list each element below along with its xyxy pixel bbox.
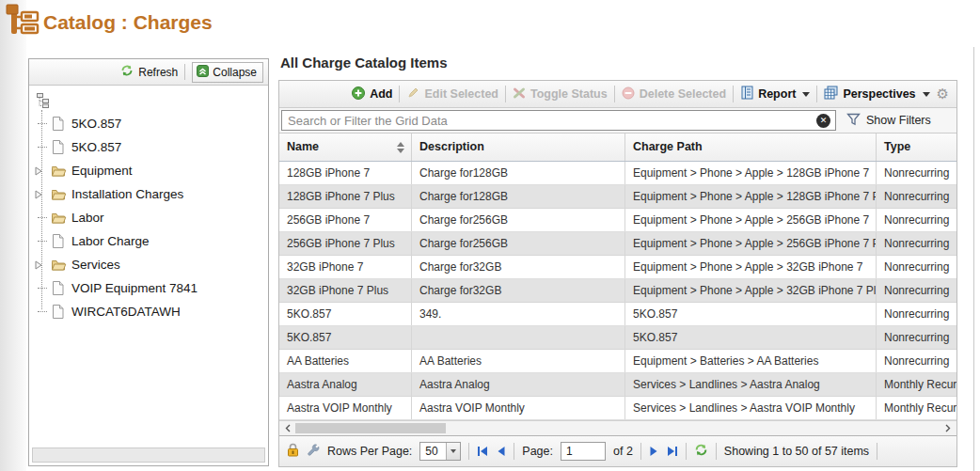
horizontal-scrollbar[interactable]: [279, 420, 956, 435]
table-row[interactable]: 5KO.857349.5KO.857Nonrecurring: [279, 303, 956, 326]
refresh-button[interactable]: Refresh: [120, 64, 178, 80]
tree-item[interactable]: VOIP Equipment 7841: [35, 276, 264, 300]
column-header-label: Description: [419, 133, 484, 161]
tree-item[interactable]: Labor: [35, 206, 264, 229]
toggle-status-button[interactable]: Toggle Status: [513, 86, 608, 102]
cell-description: Charge for32GB: [412, 256, 625, 278]
section-title: All Charge Catalog Items: [280, 55, 448, 71]
collapse-button[interactable]: Collapse: [192, 62, 263, 83]
tree-panel-footer-bar: [32, 447, 265, 463]
cell-type: Nonrecurring: [877, 303, 956, 325]
table-row[interactable]: 256GB iPhone 7 PlusCharge for256GBEquipm…: [279, 232, 956, 256]
cell-name: 5KO.857: [279, 303, 412, 325]
grid-body: 128GB iPhone 7Charge for128GBEquipment >…: [279, 162, 956, 420]
page-number-input[interactable]: [561, 442, 606, 461]
delete-icon: [622, 86, 635, 102]
previous-page-button[interactable]: [497, 446, 506, 457]
tree-item[interactable]: 5KO.857: [35, 135, 264, 159]
search-input[interactable]: [282, 111, 835, 130]
lock-icon[interactable]: [287, 443, 299, 460]
catalog-hierarchy-icon: [5, 3, 40, 44]
cell-description: [412, 326, 625, 349]
tree-item[interactable]: Installation Charges: [35, 182, 264, 206]
grid-header-row: Name Description Charge Path Type: [279, 133, 956, 162]
table-row[interactable]: Aastra AnalogAastra AnalogServices > Lan…: [279, 373, 956, 397]
table-row[interactable]: 5KO.8575KO.857Nonrecurring: [279, 326, 956, 350]
tree-item[interactable]: Equipment: [35, 159, 264, 182]
scroll-right-icon[interactable]: [941, 421, 955, 435]
rows-per-page-select[interactable]: 50: [419, 442, 461, 461]
sort-icon[interactable]: [397, 142, 404, 153]
table-row[interactable]: 128GB iPhone 7Charge for128GBEquipment >…: [279, 162, 956, 185]
cell-path: Equipment > Phone > Apple > 128GB iPhone…: [625, 162, 877, 184]
table-row[interactable]: 256GB iPhone 7Charge for256GBEquipment >…: [279, 209, 956, 232]
toolbar-separator: [505, 86, 506, 102]
cell-path: Equipment > Phone > Apple > 256GB iPhone…: [625, 209, 877, 231]
horizontal-scrollbar-thumb[interactable]: [295, 423, 446, 433]
tree-item[interactable]: WIRCAT6DATAWH: [35, 300, 264, 323]
delete-selected-label: Delete Selected: [640, 87, 726, 101]
add-button[interactable]: Add: [352, 86, 392, 102]
delete-selected-button[interactable]: Delete Selected: [622, 86, 726, 102]
cell-name: 128GB iPhone 7 Plus: [279, 185, 412, 208]
folder-icon: [51, 258, 67, 272]
edit-selected-button[interactable]: Edit Selected: [406, 86, 498, 102]
toggle-status-icon: [513, 86, 526, 102]
first-page-button[interactable]: [477, 446, 489, 457]
cell-description: Charge for128GB: [412, 185, 625, 208]
tree-item[interactable]: Services: [35, 253, 264, 276]
cell-path: Equipment > Phone > Apple > 32GB iPhone …: [625, 256, 877, 278]
table-row[interactable]: Aastra VOIP MonthlyAastra VOIP MonthlySe…: [279, 397, 956, 420]
column-header-name[interactable]: Name: [279, 133, 412, 161]
cell-description: 349.: [412, 303, 625, 325]
tree-item[interactable]: Labor Charge: [35, 229, 264, 253]
showing-status: Showing 1 to 50 of 57 items: [724, 445, 869, 458]
cell-name: Aastra Analog: [279, 373, 412, 396]
tree-connector: [35, 123, 51, 124]
cell-type: Monthly Recurring: [877, 373, 956, 396]
last-page-button[interactable]: [666, 446, 678, 457]
tree-root-icon[interactable]: [37, 93, 264, 108]
table-row[interactable]: 32GB iPhone 7Charge for32GBEquipment > P…: [279, 256, 956, 279]
grid-toolbar: Add Edit Selected Toggle Status: [279, 81, 956, 108]
cell-path: Equipment > Phone > Apple > 256GB iPhone…: [625, 232, 877, 255]
scroll-left-icon[interactable]: [281, 421, 294, 435]
pager-separator: [640, 443, 641, 460]
search-box: ✕: [281, 110, 836, 131]
tree-expander-icon[interactable]: [35, 260, 51, 270]
column-header-label: Type: [884, 133, 910, 161]
table-row[interactable]: 128GB iPhone 7 PlusCharge for128GBEquipm…: [279, 185, 956, 209]
refresh-grid-icon[interactable]: [694, 443, 708, 460]
chevron-down-icon: [923, 92, 930, 97]
cell-name: 256GB iPhone 7 Plus: [279, 232, 412, 255]
collapse-label: Collapse: [213, 66, 257, 79]
cell-description: Aastra VOIP Monthly: [412, 397, 625, 419]
pencil-icon: [406, 86, 419, 102]
column-header-charge-path[interactable]: Charge Path: [625, 133, 877, 161]
wrench-icon[interactable]: [307, 444, 320, 460]
tree-expander-icon[interactable]: [35, 166, 51, 176]
clear-search-icon[interactable]: ✕: [816, 114, 830, 128]
add-label: Add: [370, 87, 392, 101]
cell-type: Nonrecurring: [877, 350, 956, 372]
tree-item[interactable]: 5KO.857: [35, 112, 264, 135]
perspectives-label: Perspectives: [843, 87, 915, 101]
page-right-border: [973, 47, 974, 471]
report-button[interactable]: Report: [740, 86, 810, 102]
column-header-description[interactable]: Description: [412, 133, 625, 161]
gear-icon[interactable]: ⚙: [937, 87, 949, 102]
cell-name: 256GB iPhone 7: [279, 209, 412, 231]
toggle-status-label: Toggle Status: [530, 87, 608, 101]
next-page-button[interactable]: [649, 446, 658, 457]
tree-item-label: Labor: [71, 211, 104, 225]
perspectives-button[interactable]: Perspectives: [824, 86, 929, 102]
cell-description: AA Batteries: [412, 350, 625, 372]
cell-type: Nonrecurring: [877, 326, 956, 349]
column-header-type[interactable]: Type: [877, 133, 956, 161]
table-row[interactable]: 32GB iPhone 7 PlusCharge for32GBEquipmen…: [279, 279, 956, 303]
tree-expander-icon[interactable]: [35, 190, 51, 199]
cell-description: Charge for32GB: [412, 279, 625, 302]
pager-separator: [716, 443, 717, 460]
table-row[interactable]: AA BatteriesAA BatteriesEquipment > Batt…: [279, 350, 956, 373]
show-filters-button[interactable]: Show Filters: [838, 108, 956, 133]
